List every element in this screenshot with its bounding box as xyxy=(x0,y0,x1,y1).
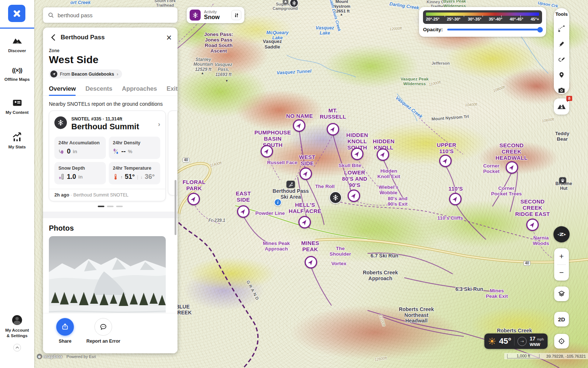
campground-icon xyxy=(283,0,288,4)
draw-area-tool-button[interactable] xyxy=(557,56,566,64)
sidebar-item-account[interactable]: My Account & Settings xyxy=(0,315,34,339)
map-label[interactable]: SECOND CREEK HEADWALL xyxy=(495,142,527,161)
map-label[interactable]: SECOND CREEK RIDGE EAST xyxy=(515,199,550,217)
carousel-dot[interactable] xyxy=(116,206,123,207)
map-status-bar: 1,000 ft 39.79228, -105.76321 xyxy=(504,353,588,359)
panel-action-bar: Share Report an Error xyxy=(43,313,178,353)
map-label: Vasquez Creek xyxy=(395,95,423,119)
map-label: Corner Pocket xyxy=(483,163,499,174)
beta-layer-button[interactable]: β xyxy=(554,98,569,115)
zone-nav-marker-icon[interactable] xyxy=(187,193,200,205)
map-label: Roberts Creek xyxy=(497,328,532,334)
close-button[interactable]: × xyxy=(166,34,172,41)
locate-me-button[interactable] xyxy=(554,334,569,349)
compass-rotate-control[interactable]: ◂ N ▸ xyxy=(553,226,570,242)
zone-photo[interactable] xyxy=(49,236,166,313)
app-logo[interactable] xyxy=(8,5,25,22)
sidebar-item-my-stats[interactable]: My Stats xyxy=(0,131,34,150)
zone-nav-marker-icon[interactable] xyxy=(439,155,452,167)
map-label[interactable]: NO NAME xyxy=(286,113,313,119)
sidebar-item-discover[interactable]: Discover xyxy=(0,36,34,54)
share-button[interactable]: Share xyxy=(56,318,74,353)
map-label[interactable]: WEST SIDE xyxy=(299,154,316,167)
map-label[interactable]: EAST SIDE xyxy=(236,191,251,203)
zone-nav-marker-icon[interactable] xyxy=(506,161,518,174)
route-tool-button[interactable] xyxy=(557,25,566,33)
activity-settings-button[interactable] xyxy=(231,10,241,20)
breadcrumb[interactable]: Berthoud Pass xyxy=(61,34,162,41)
weather-widget[interactable]: 45° ⇢ 17 mph WNW xyxy=(484,333,548,349)
sidebar-item-offline-maps[interactable]: ((×)) Offline Maps xyxy=(0,67,34,82)
panel-scrollbar[interactable] xyxy=(175,180,176,235)
map-label[interactable]: MINES PEAK xyxy=(301,240,319,253)
source-pill[interactable]: From Beacon Guidebooks › xyxy=(49,69,122,79)
draw-line-tool-button[interactable] xyxy=(557,40,566,48)
info-marker-icon[interactable]: i xyxy=(274,199,282,206)
slope-bucket-labels: 20°-25°25°-30°30°-35°35°-40°40°-45°45°+ xyxy=(426,17,539,21)
carousel-dot[interactable] xyxy=(107,206,114,207)
zone-nav-marker-icon[interactable] xyxy=(449,193,462,205)
slope-angle-legend: 20°-25°25°-30°30°-35°35°-40°40°-45°45°+ … xyxy=(419,7,546,37)
panel-body[interactable]: Nearby SNOTELs report on the ground cond… xyxy=(43,96,178,313)
map-label[interactable]: FLORAL PARK xyxy=(183,179,206,192)
zone-nav-marker-icon[interactable] xyxy=(526,219,539,231)
mapbox-logo[interactable]: ◍mapbox xyxy=(37,354,63,359)
tab-descents[interactable]: Descents xyxy=(85,85,112,95)
opacity-label: Opacity: xyxy=(423,27,443,32)
activity-selector[interactable]: Activity Snow xyxy=(187,7,244,23)
zone-nav-marker-icon[interactable] xyxy=(293,119,305,132)
snotel-snowflake-marker-icon[interactable] xyxy=(329,191,342,204)
map-label: Roberts Creek Approach xyxy=(363,270,398,281)
map-label[interactable]: 110'S xyxy=(448,186,463,192)
zone-nav-marker-icon[interactable] xyxy=(377,148,389,161)
snowflake-marker-icon[interactable] xyxy=(290,0,299,8)
opacity-slider[interactable] xyxy=(447,29,542,30)
map-label[interactable]: HELL'S HALF ACRE xyxy=(289,202,322,214)
opacity-slider-knob[interactable] xyxy=(537,27,543,32)
map-label: 11000ft xyxy=(429,80,441,87)
esri-attribution[interactable]: Powered by Esri xyxy=(67,354,96,359)
zone-nav-marker-icon[interactable] xyxy=(327,123,339,136)
map-label: McQueary Lake xyxy=(266,30,288,40)
snotel-card[interactable]: SNOTEL #335 · 11,314ft Berthoud Summit ›… xyxy=(49,111,166,201)
zone-nav-marker-icon[interactable] xyxy=(348,190,360,202)
zone-nav-marker-icon[interactable] xyxy=(351,148,363,160)
map-label: Vasquez Pass, 11693 ft xyxy=(215,62,232,77)
zoom-in-button[interactable]: + xyxy=(554,248,569,264)
map-label[interactable]: LOWER 80'S AND 90'S xyxy=(342,170,368,188)
tab-approaches[interactable]: Approaches xyxy=(122,85,157,95)
search-bar[interactable] xyxy=(43,7,178,23)
wind-direction-icon: ⇢ xyxy=(517,337,527,346)
zone-nav-marker-icon[interactable] xyxy=(305,256,317,268)
map-label: 12000ft xyxy=(390,26,402,31)
map-label[interactable]: MT. RUSSELL xyxy=(320,108,346,120)
report-error-button[interactable]: Report an Error xyxy=(86,318,120,353)
zone-nav-marker-icon[interactable] xyxy=(298,216,311,228)
sidebar-item-my-content[interactable]: My Content xyxy=(0,98,34,115)
account-label: My Account & Settings xyxy=(3,328,31,339)
back-button[interactable] xyxy=(49,33,57,42)
slope-bucket-label: 30°-35° xyxy=(468,17,481,21)
sidebar-accent-rule xyxy=(0,28,34,29)
sidebar-item-label: My Content xyxy=(6,110,29,115)
map-mode-2d-button[interactable]: 2D xyxy=(554,312,569,326)
tab-overview[interactable]: Overview xyxy=(49,85,76,95)
carousel-dot[interactable] xyxy=(98,206,104,207)
waypoint-tool-button[interactable] xyxy=(557,71,566,79)
cursor-coordinates: 39.79228, -105.76321 xyxy=(539,354,588,358)
layers-button[interactable] xyxy=(554,286,569,301)
photo-tool-button[interactable] xyxy=(557,86,566,94)
tools-title: Tools xyxy=(555,11,568,17)
zone-kind-label: Zone xyxy=(49,48,172,53)
zoom-out-button[interactable]: − xyxy=(554,265,569,281)
ski-area-icon xyxy=(287,181,295,188)
layers-icon xyxy=(558,290,565,297)
zone-nav-marker-icon[interactable] xyxy=(300,167,312,180)
sidebar-collapse[interactable] xyxy=(0,344,34,351)
zone-nav-marker-icon[interactable] xyxy=(237,205,250,218)
zone-nav-marker-icon[interactable] xyxy=(261,145,273,158)
tab-exits[interactable]: Exits xyxy=(166,85,178,95)
map-label[interactable]: UPPER 110'S xyxy=(437,142,456,155)
map-label: 110's Cliffs xyxy=(437,215,463,221)
search-input[interactable] xyxy=(58,12,172,18)
